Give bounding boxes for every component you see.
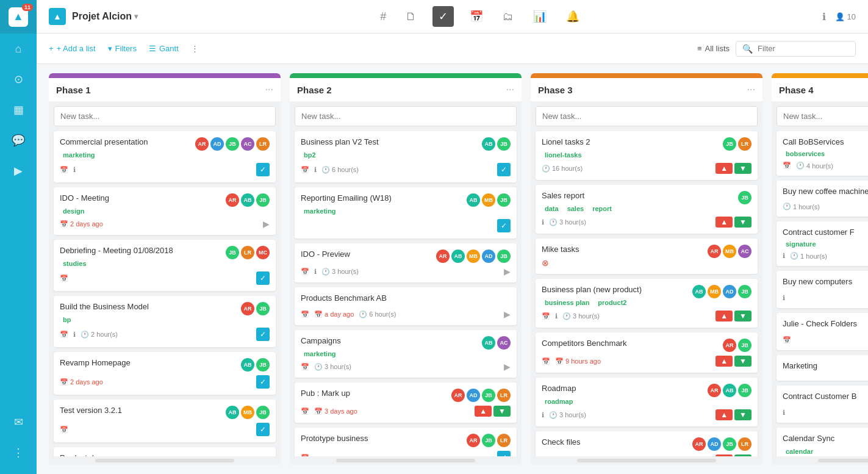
card[interactable]: Contract Customer B ARJBAℹ [777,386,868,423]
bell-icon[interactable]: 🔔 [562,6,583,27]
sidebar-item-search[interactable]: ⊙ [0,64,37,95]
card-meta-row: 📅ℹ▲▼ [542,454,751,456]
card[interactable]: Reporting Emailing (W18) ABMBJBmarketing… [295,187,517,239]
card-top-row: Product demo [60,453,270,456]
column-menu-phase2[interactable]: ··· [506,84,514,95]
card[interactable]: Debriefing - Meeting 01/08/2018 JBLRMCst… [54,240,276,291]
avatar: JB [738,339,751,352]
vote-down-button[interactable]: ▼ [734,163,751,174]
card[interactable]: Business plan V2 Test ABJBbp2📅ℹ🕐 6 hour(… [295,131,517,182]
card[interactable]: Lionel tasks 2 JBLRlionel-tasks🕐 16 hour… [536,131,758,180]
card[interactable]: Revamp Homepage ABJB📅 2 days ago✓ [54,352,276,395]
card[interactable]: Mike tasks ARMBAC⊗ [536,239,758,274]
sidebar-item-home[interactable]: ⌂ [0,34,37,64]
expand-button[interactable]: ▶ [504,267,511,276]
new-task-input-phase1[interactable] [54,106,276,126]
filters-button[interactable]: ▾ Filters [108,44,137,53]
task-check-icon[interactable]: ✓ [432,6,454,27]
card[interactable]: Competitors Benchmark ARJB📅📅 9 hours ago… [536,332,758,373]
new-task-input-phase3[interactable] [536,106,758,126]
column-menu-phase3[interactable]: ··· [747,84,755,95]
card[interactable]: Prototype business ARJBLR📅✓ [295,428,517,456]
card[interactable]: Test version 3.2.1 ABMBJB📅✓ [54,400,276,442]
card-tags: business planproduct2 [542,298,751,307]
card-meta-row: 📅ℹ✓ [60,163,270,176]
column-title-phase2: Phase 2 [297,85,506,95]
card[interactable]: Calendar Sync ARAcalendar📅🕐 2 hour(s) [777,428,868,456]
card[interactable]: Build the Business Model ARJBbp📅ℹ🕐 2 hou… [54,296,276,347]
card[interactable]: Marketing ARADJB [777,355,868,381]
card[interactable]: Product demo delivery📅ℹ▶ [54,447,276,456]
user-count[interactable]: 👤 10 [835,12,856,21]
vote-up-button[interactable]: ▲ [475,406,492,417]
briefcase-icon[interactable]: 🗂 [499,7,517,27]
document-icon[interactable]: 🗋 [402,7,420,27]
vote-up-button[interactable]: ▲ [716,217,733,228]
complete-button[interactable]: ✓ [497,163,511,176]
card[interactable]: Call BoBServices bobservices📅🕐 4 hour(s) [777,131,868,176]
card[interactable]: Buy new computers ARABMℹ [777,271,868,308]
vote-down-button[interactable]: ▼ [734,409,751,420]
sidebar-item-mail[interactable]: ✉ [13,407,24,437]
add-list-button[interactable]: + + Add a list [49,44,96,53]
card-actions: ▶ [263,219,270,229]
avatar: AB [723,384,736,397]
complete-button[interactable]: ✓ [256,328,270,341]
vote-up-button[interactable]: ▲ [716,163,733,174]
search-input[interactable] [758,44,849,53]
card[interactable]: Campaigns ABACmarketing📅🕐 3 hour(s)▶ [295,330,517,378]
vote-down-button[interactable]: ▼ [734,454,751,456]
info-icon[interactable]: ℹ [822,11,826,23]
vote-down-button[interactable]: ▼ [734,217,751,228]
error-icon: ⊗ [542,258,751,268]
complete-button[interactable]: ✓ [256,271,270,285]
card[interactable]: Pub : Mark up ARADJBLR📅📅 3 days ago▲▼ [295,382,517,423]
sidebar-item-more[interactable]: ⋮ [13,437,24,468]
card[interactable]: Julie - Check Folders ARJBA📅 [777,313,868,350]
card[interactable]: Roadmap ARABJBroadmapℹ🕐 3 hour(s)▲▼ [536,378,758,426]
card-meta-item: 📅 a day ago [314,311,354,318]
vote-up-button[interactable]: ▲ [716,356,733,367]
sidebar-logo[interactable]: ▲ 11 [0,0,37,34]
vote-down-button[interactable]: ▼ [493,406,511,417]
card-top-row: Lionel tasks 2 JBLR [542,137,751,151]
complete-button[interactable]: ✓ [497,451,511,456]
card[interactable]: Contract customer F signatureℹ🕐 1 hour(s… [777,221,868,266]
card[interactable]: Sales report JBdatasalesreportℹ🕐 3 hour(… [536,185,758,234]
column-menu-phase1[interactable]: ··· [265,84,273,95]
vote-up-button[interactable]: ▲ [716,409,733,420]
sidebar-item-chat[interactable]: 💬 [0,125,37,156]
sidebar-item-boards[interactable]: ▦ [0,95,37,125]
vote-up-button[interactable]: ▲ [716,311,733,321]
all-lists-button[interactable]: ≡ All lists [697,44,730,53]
card[interactable]: Check files ARADJBLR📅ℹ▲▼ [536,431,758,456]
expand-button[interactable]: ▶ [263,219,270,229]
expand-button[interactable]: ▶ [504,362,511,372]
project-title[interactable]: Projet Alcion ▾ [72,11,138,22]
vote-down-button[interactable]: ▼ [734,356,751,367]
card[interactable]: IDO - Meeting ARABJBdesign📅 2 days ago▶ [54,187,276,235]
complete-button[interactable]: ✓ [256,423,270,436]
card[interactable]: Products Benchmark AB 📅📅 a day ago🕐 6 ho… [295,287,517,325]
vote-down-button[interactable]: ▼ [734,311,751,321]
card[interactable]: Business plan (new product) ABMBADJBbusi… [536,279,758,328]
new-task-input-phase2[interactable] [295,106,517,126]
vote-up-button[interactable]: ▲ [716,454,733,456]
card[interactable]: IDO - Preview ARABMBADJB📅ℹ🕐 3 hour(s)▶ [295,243,517,282]
sidebar-item-video[interactable]: ▶ [0,156,37,186]
chart-icon[interactable]: 📊 [529,6,550,27]
more-button[interactable]: ⋮ [191,44,199,53]
gantt-button[interactable]: ☰ Gantt [149,44,179,53]
card[interactable]: Buy new coffee machine 🕐 1 hour(s) [777,181,868,217]
card[interactable]: Commercial presentation ARADJBACLRmarket… [54,131,276,182]
hashtag-icon[interactable]: # [376,7,390,27]
calendar-icon[interactable]: 📅 [466,6,487,27]
complete-button[interactable]: ✓ [497,219,511,232]
complete-button[interactable]: ✓ [256,375,270,389]
search-bar[interactable]: 🔍 [736,41,856,57]
card-top-row: Products Benchmark AB [301,293,511,306]
new-task-input-phase4[interactable] [777,106,868,126]
expand-button[interactable]: ▶ [504,309,511,319]
complete-button[interactable]: ✓ [256,163,270,176]
column-phase4: Phase 4···Call BoBServices bobservices📅🕐… [772,73,868,465]
